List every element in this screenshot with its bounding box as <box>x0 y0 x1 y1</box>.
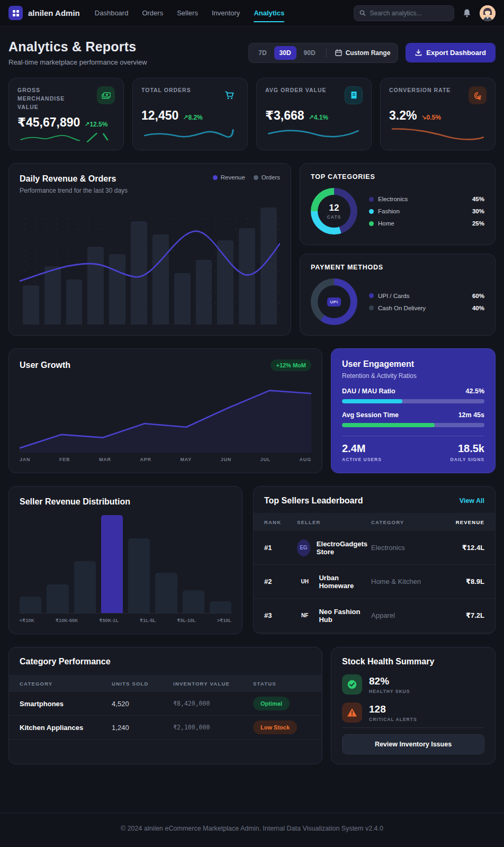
bell-icon[interactable] <box>463 8 471 18</box>
kpi-label: Gross Merchandise Value <box>17 86 86 111</box>
nav-item-sellers[interactable]: Sellers <box>177 9 198 17</box>
category-performance-panel: Category Performance Category Units Sold… <box>8 647 322 764</box>
categories-donut-chart: 12 CATS <box>311 188 357 235</box>
month-axis: JAN FEB MAR APR MAY JUN JUL AUG <box>20 457 311 462</box>
dist-bar <box>210 601 231 613</box>
kpi-card-orders: Total Orders 12,450 ↗8.2% <box>132 78 248 150</box>
gmv-sparkline <box>17 130 115 143</box>
nav-item-orders[interactable]: Orders <box>142 9 163 17</box>
banknote-icon <box>102 92 111 100</box>
categories-legend: Electronics 45% Fashion 30% Home 25% <box>369 196 484 227</box>
dist-bar <box>128 538 150 613</box>
electronics-dot-icon <box>369 197 374 202</box>
kpi-delta: ↗12.5% <box>84 121 107 128</box>
orders-trend-line <box>20 203 280 325</box>
distribution-axis: <₹10K ₹10K-50K ₹50K-1L ₹1L-5L ₹5L-10L >₹… <box>20 618 231 623</box>
daily-chart-plot <box>20 203 280 325</box>
range-30d-button[interactable]: 30D <box>274 46 296 60</box>
nav-item-analytics[interactable]: Analytics <box>254 9 284 17</box>
check-circle-icon <box>347 679 357 690</box>
kpi-label: Total Orders <box>141 86 191 95</box>
dist-bar <box>74 561 96 613</box>
search-box[interactable] <box>354 5 454 21</box>
legend-revenue[interactable]: Revenue <box>213 174 245 181</box>
seller-name: Neo Fashion Hub <box>319 608 371 624</box>
view-all-link[interactable]: View All <box>460 497 484 504</box>
legend-orders[interactable]: Orders <box>254 174 280 181</box>
footer-text: © 2024 alnilen eCommerce Marketplace Adm… <box>121 825 383 832</box>
cart-icon <box>225 91 235 100</box>
orders-dot-icon <box>254 175 258 180</box>
target-click-icon <box>473 91 482 100</box>
legend-electronics: Electronics 45% <box>369 196 484 202</box>
table-row[interactable]: Kitchen Appliances 1,240 ₹2,100,000 Low … <box>9 716 322 740</box>
healthy-skus-stat: 82% HEALTHY SKUS <box>342 674 484 695</box>
seller-avatar: EG <box>297 539 310 556</box>
divider <box>326 48 327 58</box>
user-growth-panel: User Growth +12% MoM JAN FEB MAR APR MAY… <box>8 348 322 473</box>
upi-badge: UPI <box>327 298 341 307</box>
legend-cod: Cash On Delivery 40% <box>369 305 484 311</box>
table-row[interactable]: #1 EG ElectroGadgets Store Electronics ₹… <box>254 531 495 565</box>
payments-donut-chart: UPI <box>311 278 357 325</box>
mom-badge: +12% MoM <box>271 359 311 371</box>
topbar: alnilen Admin Dashboard Orders Sellers I… <box>0 0 504 26</box>
status-badge: Low Stock <box>253 720 297 734</box>
trend-up-icon: ↗ <box>309 114 314 121</box>
dau-mau-metric: DAU / MAU Ratio 42.5% <box>342 388 484 403</box>
kpi-row: Gross Merchandise Value ₹45,67,890 ↗12.5… <box>8 78 496 150</box>
stock-health-title: Stock Health Summary <box>342 657 484 666</box>
cod-dot-icon <box>369 305 374 310</box>
payment-methods-panel: Payment Methods UPI UPI / Cards 60% <box>300 254 496 336</box>
payments-legend: UPI / Cards 60% Cash On Delivery 40% <box>369 293 484 311</box>
categories-count-label: CATS <box>327 214 341 220</box>
table-row[interactable]: #3 NF Neo Fashion Hub Apparel ₹7.2L <box>254 599 495 633</box>
page-footer: © 2024 alnilen eCommerce Marketplace Adm… <box>0 813 504 847</box>
fashion-dot-icon <box>369 209 374 214</box>
trend-up-icon: ↗ <box>183 114 188 121</box>
critical-alerts-stat: 128 CRITICAL ALERTS <box>342 702 484 723</box>
active-users-stat: 2.4M ACTIVE USERS <box>342 443 382 462</box>
table-row[interactable]: #2 UH Urban Homeware Home & Kitchen ₹8.9… <box>254 565 495 599</box>
daily-signs-stat: 18.5k DAILY SIGNS <box>451 443 484 462</box>
page-header: Analytics & Reports Real-time marketplac… <box>8 39 496 66</box>
category-performance-header-row: Category Units Sold Inventory Value Stat… <box>9 675 322 692</box>
leaderboard-title: Top Sellers Leaderboard <box>264 496 363 506</box>
table-row[interactable]: Smartphones 4,520 ₹8,420,000 Optimal <box>9 692 322 716</box>
seller-name: Urban Homeware <box>319 574 371 590</box>
orders-sparkline <box>141 123 239 143</box>
user-growth-chart <box>20 377 311 453</box>
kpi-delta: ↗4.1% <box>309 114 328 121</box>
kpi-card-conversion: Conversion Rate 3.2% ↘0.5% <box>380 78 496 150</box>
nav-item-inventory[interactable]: Inventory <box>212 9 240 17</box>
revenue-dot-icon <box>213 175 218 180</box>
search-icon <box>359 10 365 16</box>
nav-item-dashboard[interactable]: Dashboard <box>95 9 129 17</box>
stock-health-panel: Stock Health Summary 82% HEALTHY SKUS <box>331 647 496 764</box>
main-nav: Dashboard Orders Sellers Inventory Analy… <box>95 9 284 17</box>
categories-count: 12 <box>329 203 339 213</box>
user-avatar[interactable] <box>480 5 496 21</box>
export-dashboard-button[interactable]: Export Dashboard <box>406 43 496 62</box>
dist-bar <box>155 573 177 613</box>
range-90d-button[interactable]: 90D <box>299 46 321 60</box>
page-title: Analytics & Reports <box>8 39 147 55</box>
kpi-card-aov: Avg Order Value ₹3,668 ↗4.1% <box>256 78 372 150</box>
daily-chart-legend: Revenue Orders <box>213 174 280 181</box>
search-input[interactable] <box>370 10 448 17</box>
engagement-subtitle: Retention & Activity Ratios <box>342 372 484 380</box>
page-subtitle: Real-time marketplace performance overvi… <box>8 58 147 66</box>
range-7d-button[interactable]: 7D <box>253 46 272 60</box>
app-logo[interactable] <box>8 6 23 20</box>
custom-range-button[interactable]: Custom Range <box>332 49 394 57</box>
calendar-icon <box>335 49 342 56</box>
kpi-label: Conversion Rate <box>389 86 451 95</box>
seller-avatar: NF <box>297 607 312 624</box>
kpi-label: Avg Order Value <box>265 86 327 95</box>
dist-bar <box>20 597 41 613</box>
kpi-value: 3.2% <box>389 109 417 123</box>
daily-revenue-orders-panel: Daily Revenue & Orders Performance trend… <box>8 163 291 336</box>
review-inventory-button[interactable]: Review Inventory Issues <box>342 734 484 754</box>
dau-mau-progress <box>342 399 484 403</box>
divider <box>342 727 484 728</box>
